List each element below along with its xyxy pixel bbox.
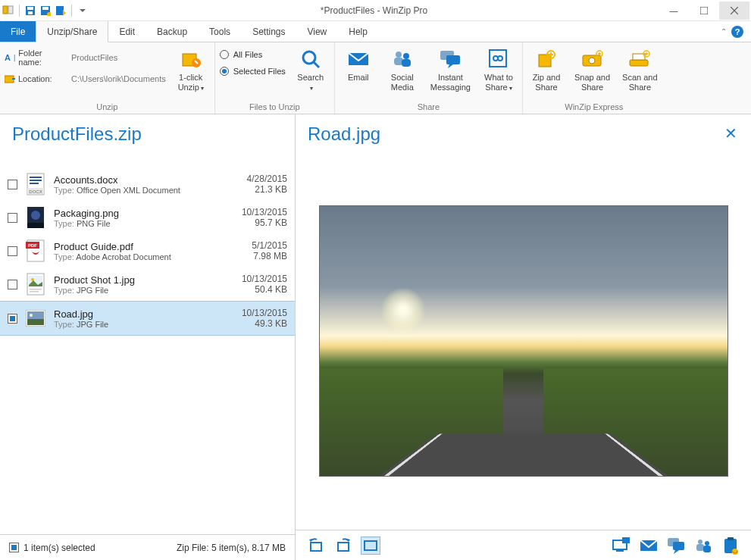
svg-rect-51 bbox=[27, 319, 44, 325]
tab-view[interactable]: View bbox=[296, 21, 338, 42]
link-icon bbox=[487, 47, 511, 71]
svg-point-17 bbox=[403, 53, 409, 59]
file-checkbox[interactable] bbox=[8, 246, 17, 256]
file-type-icon: DOCX bbox=[25, 172, 46, 196]
file-row[interactable]: Road.jpgType: JPG File10/13/201549.3 KB bbox=[0, 301, 295, 336]
scan-and-share-button[interactable]: Scan andShare bbox=[619, 45, 660, 94]
file-list-pane: ProductFiles.zip DOCXAccounts.docxType: … bbox=[0, 114, 296, 560]
one-click-unzip-button[interactable]: 1-clickUnzip▾ bbox=[172, 45, 210, 94]
preview-title: Road.jpg bbox=[296, 114, 393, 152]
file-checkbox[interactable] bbox=[8, 280, 17, 289]
file-row[interactable]: Product Shot 1.jpgType: JPG File10/13/20… bbox=[0, 267, 295, 301]
status-summary: Zip File: 5 item(s), 8.17 MB bbox=[177, 543, 286, 553]
file-info: Road.jpgType: JPG File bbox=[54, 308, 234, 329]
svg-rect-47 bbox=[30, 289, 42, 290]
file-name: Packaging.png bbox=[54, 208, 234, 219]
close-preview-button[interactable]: ✕ bbox=[724, 124, 737, 142]
location-value[interactable]: C:\Users\lorik\Documents bbox=[71, 74, 166, 83]
share-screen-button[interactable] bbox=[612, 537, 631, 555]
selection-indicator-icon bbox=[9, 543, 19, 552]
file-type-icon: PDF bbox=[25, 239, 46, 263]
radio-selected-files[interactable]: Selected Files bbox=[220, 67, 286, 76]
share-social-button[interactable] bbox=[693, 537, 713, 555]
svg-rect-0 bbox=[3, 6, 8, 14]
file-date: 4/28/2015 bbox=[247, 174, 287, 184]
window-controls: — bbox=[659, 2, 749, 20]
file-row[interactable]: PDFProduct Guide.pdfType: Adobe Acrobat … bbox=[0, 234, 295, 267]
preview-pane: Road.jpg ✕ bbox=[296, 114, 751, 560]
save-as-icon[interactable] bbox=[39, 4, 52, 17]
tab-settings[interactable]: Settings bbox=[242, 21, 296, 42]
what-to-share-button[interactable]: What toShare▾ bbox=[480, 45, 518, 94]
tab-backup[interactable]: Backup bbox=[146, 21, 199, 42]
save-icon[interactable] bbox=[23, 4, 37, 17]
social-media-button[interactable]: SocialMedia bbox=[383, 45, 421, 94]
rotate-left-button[interactable] bbox=[306, 537, 326, 555]
send-icon[interactable] bbox=[54, 4, 67, 17]
preview-toolbar bbox=[296, 530, 751, 560]
group-label-files: Files to Unzip bbox=[220, 101, 330, 113]
archive-title: ProductFiles.zip bbox=[0, 114, 295, 152]
share-email-button[interactable] bbox=[639, 537, 659, 555]
maximize-button[interactable] bbox=[689, 2, 719, 20]
file-name: Product Shot 1.jpg bbox=[54, 274, 234, 286]
tab-unzip-share[interactable]: Unzip/Share bbox=[36, 21, 108, 42]
tab-file[interactable]: File bbox=[0, 21, 36, 42]
file-row[interactable]: Packaging.pngType: PNG File10/13/201595.… bbox=[0, 201, 295, 234]
collapse-ribbon-icon[interactable]: ⌃ bbox=[721, 27, 727, 36]
scanner-icon bbox=[627, 47, 652, 71]
zip-and-share-button[interactable]: Zip andShare bbox=[527, 45, 565, 94]
svg-point-63 bbox=[698, 540, 702, 544]
svg-text:PDF: PDF bbox=[28, 243, 37, 248]
rotate-right-button[interactable] bbox=[333, 537, 353, 555]
file-info: Product Guide.pdfType: Adobe Acrobat Doc… bbox=[54, 241, 244, 261]
file-meta: 10/13/201549.3 KB bbox=[242, 308, 287, 329]
file-type: Type: Office Open XML Document bbox=[54, 186, 239, 195]
titlebar: *ProductFiles - WinZip Pro — bbox=[0, 0, 751, 21]
svg-point-46 bbox=[31, 278, 34, 281]
svg-rect-35 bbox=[30, 177, 42, 178]
tab-tools[interactable]: Tools bbox=[199, 21, 242, 42]
app-icon[interactable] bbox=[2, 4, 15, 17]
svg-rect-68 bbox=[728, 537, 734, 540]
tab-edit[interactable]: Edit bbox=[108, 21, 146, 42]
zip-share-icon bbox=[534, 47, 559, 71]
file-checkbox[interactable] bbox=[8, 213, 17, 223]
email-icon bbox=[346, 47, 371, 71]
file-checkbox[interactable] bbox=[8, 180, 17, 189]
svg-point-39 bbox=[31, 211, 40, 220]
svg-rect-40 bbox=[27, 223, 44, 228]
share-clipboard-button[interactable] bbox=[721, 537, 740, 555]
fit-view-button[interactable] bbox=[361, 537, 380, 555]
file-type: Type: PNG File bbox=[54, 219, 234, 228]
svg-rect-53 bbox=[311, 543, 321, 551]
file-type: Type: JPG File bbox=[54, 286, 234, 295]
radio-all-files[interactable]: All Files bbox=[220, 50, 286, 59]
group-label-unzip: Unzip bbox=[5, 101, 210, 113]
email-button[interactable]: Email bbox=[340, 45, 377, 84]
svg-rect-20 bbox=[446, 55, 460, 64]
quick-access-toolbar bbox=[2, 4, 89, 17]
snap-and-share-button[interactable]: Snap andShare bbox=[571, 45, 613, 94]
svg-rect-36 bbox=[30, 180, 42, 181]
file-row[interactable]: DOCXAccounts.docxType: Office Open XML D… bbox=[0, 167, 295, 201]
unzip-icon bbox=[179, 47, 203, 71]
file-checkbox[interactable] bbox=[8, 314, 17, 324]
svg-rect-9 bbox=[700, 7, 708, 14]
file-name: Accounts.docx bbox=[54, 174, 239, 186]
qat-dropdown-icon[interactable] bbox=[76, 4, 89, 17]
tab-help[interactable]: Help bbox=[338, 21, 379, 42]
file-size: 95.7 KB bbox=[242, 217, 287, 228]
group-label-express: WinZip Express bbox=[527, 101, 661, 113]
svg-point-15 bbox=[396, 52, 402, 58]
file-list[interactable]: DOCXAccounts.docxType: Office Open XML D… bbox=[0, 152, 295, 534]
svg-rect-37 bbox=[30, 183, 39, 184]
instant-messaging-button[interactable]: InstantMessaging bbox=[427, 45, 474, 94]
close-button[interactable] bbox=[719, 2, 749, 20]
share-im-button[interactable] bbox=[666, 537, 686, 555]
help-icon[interactable]: ? bbox=[731, 26, 743, 38]
folder-name-value[interactable]: ProductFiles bbox=[71, 53, 117, 62]
search-button[interactable]: Search▾ bbox=[292, 45, 330, 94]
minimize-button[interactable]: — bbox=[659, 2, 689, 20]
svg-rect-58 bbox=[616, 550, 624, 552]
